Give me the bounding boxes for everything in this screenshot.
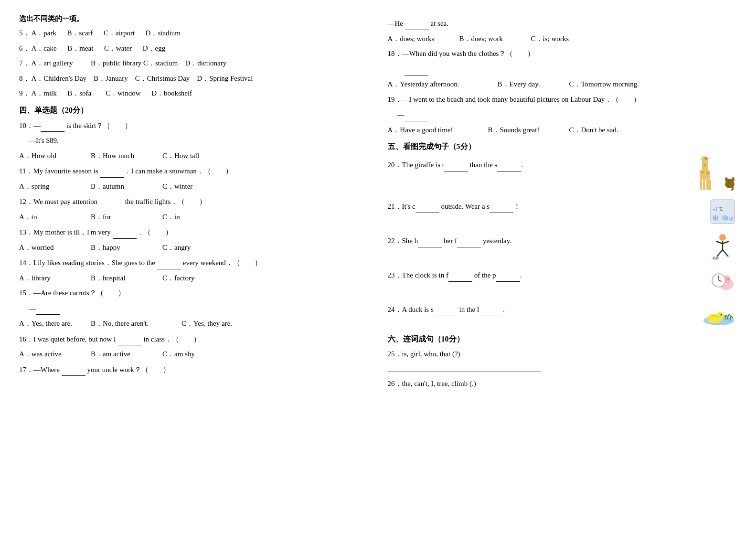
q18-optC: C．Tomorrow morning. — [569, 78, 639, 91]
q25-answer-blank — [388, 363, 541, 372]
q18-answer-line: — — [397, 63, 737, 76]
svg-text:fish: fish — [713, 256, 720, 260]
svg-point-7 — [705, 158, 707, 160]
q17-optC: C．is; works — [531, 33, 588, 45]
svg-text:❄: ❄ — [712, 214, 719, 223]
q11-options: A．spring B．autumn C．winter — [19, 181, 369, 193]
q7-optC: C．stadium — [143, 59, 178, 67]
q10-optC: C．How tall — [162, 150, 220, 162]
cold-svg: -1℃ ❄ ❄ ❄ — [708, 197, 737, 226]
q10-options: A．How old B．How much C．How tall — [19, 150, 369, 162]
q17-optA: A．does; works — [388, 33, 445, 45]
svg-point-9 — [701, 171, 704, 173]
cold-image: -1℃ ❄ ❄ ❄ — [708, 197, 737, 228]
q18-options: A．Yesterday afternoon. B．Every day. C．To… — [388, 78, 737, 91]
q5-num: 5． — [19, 29, 30, 37]
q17-answer-line: —He at sea. — [388, 17, 737, 30]
question-19: 19．—I went to the beach and took many be… — [388, 94, 737, 106]
q23-blank1 — [448, 269, 472, 282]
q8-optD: D．Spring Festival — [197, 75, 253, 82]
question-25: 25．is, girl, who, that (?) — [388, 348, 737, 361]
q19-options: A．Have a good time! B．Sounds great! C．Do… — [388, 124, 737, 137]
svg-point-15 — [732, 177, 735, 182]
q26-answer-blank — [388, 393, 541, 401]
page-container: 选出不同类的一项。 5． A．park B．scarf C．airport D．… — [19, 14, 737, 407]
question-18: 18．—When did you wash the clothes？（ ） — [388, 48, 737, 60]
q16-optA: A．was active — [19, 348, 76, 361]
q22-blank1 — [418, 235, 442, 247]
q14-optA: A．library — [19, 272, 76, 285]
exercise-image: fish — [708, 232, 737, 262]
q6-optA: A．cake — [31, 44, 56, 52]
svg-point-8 — [703, 164, 706, 166]
q25-answer-area — [388, 363, 737, 372]
q7-optA: A．art gallery — [31, 59, 73, 67]
clock-svg — [708, 266, 737, 295]
giraffe-svg — [692, 156, 719, 192]
q7-num: 7． — [19, 59, 30, 67]
svg-rect-1 — [700, 170, 710, 180]
section4-header: 四、单选题（20分） — [19, 106, 369, 116]
giraffe-image — [692, 156, 737, 193]
q24-blank2 — [479, 303, 503, 316]
question-13: 13．My mother is ill．I'm very ．（ ） — [19, 226, 369, 239]
question-16: 16．I was quiet before, but now I in clas… — [19, 333, 369, 346]
q19-optB: B．Sounds great! — [488, 124, 555, 137]
duck-svg — [701, 300, 737, 327]
q17-optB: B．does; work — [459, 33, 517, 45]
svg-point-40 — [721, 314, 722, 316]
q8-optC: C．Christmas Day — [135, 75, 190, 82]
q25-stem: 25．is, girl, who, that (?) — [388, 350, 460, 358]
svg-point-10 — [706, 172, 709, 174]
svg-rect-3 — [703, 180, 705, 190]
q13-optC: C．angry — [162, 242, 220, 254]
q17-options: A．does; works B．does; work C．is; works — [388, 33, 737, 45]
q12-optC: C．in — [162, 211, 220, 224]
q16-options: A．was active B．am active C．am shy — [19, 348, 369, 361]
q9-num: 9． — [19, 89, 30, 97]
q8-optA: A．Children's Day — [31, 75, 86, 82]
question-5: 5． A．park B．scarf C．airport D．stadium — [19, 27, 369, 40]
svg-line-23 — [716, 241, 723, 244]
q18-optA: A．Yesterday afternoon. — [388, 78, 483, 91]
q17-blank — [62, 363, 85, 376]
q19-optA: A．Have a good time! — [388, 124, 474, 137]
q18-blank — [405, 63, 428, 76]
q5-optB: B．scarf — [67, 29, 93, 37]
section6-header: 六、连词成句（10分） — [388, 334, 737, 344]
svg-rect-5 — [709, 180, 711, 190]
instruction-label: 选出不同类的一项。 — [19, 14, 369, 23]
squirrel-svg — [723, 175, 737, 192]
q5-optA: A．park — [31, 29, 56, 37]
q15-optA: A．Yes, there are. — [19, 318, 76, 330]
q20-blank1 — [444, 159, 468, 171]
q13-optB: B．happy — [91, 242, 148, 254]
q15-options: A．Yes, there are. B．No, there aren't. C．… — [19, 318, 369, 330]
q24-text: 24．A duck is s in the l . — [388, 300, 692, 319]
svg-point-39 — [716, 312, 724, 320]
q21-text: 21．It's c outside. Wear a s ！ — [388, 197, 699, 216]
svg-line-24 — [723, 241, 729, 244]
q20-blank2 — [497, 159, 521, 171]
q8-optB: B．January — [94, 75, 128, 82]
right-column: —He at sea. A．does; works B．does; work C… — [388, 14, 737, 407]
question-6: 6． A．cake B．meat C．water D．egg — [19, 43, 369, 55]
svg-point-21 — [719, 234, 726, 241]
q13-optA: A．worried — [19, 242, 76, 254]
q12-options: A．to B．for C．in — [19, 211, 369, 224]
question-9: 9． A．milk B．sofa C．window D．bookshelf — [19, 87, 369, 100]
q9-optC: C．window — [106, 89, 140, 97]
q18-optB: B．Every day. — [498, 78, 555, 91]
q17-ans-blank — [405, 17, 429, 30]
exercise-svg: fish — [708, 232, 737, 260]
q11-blank — [100, 165, 124, 178]
q8-num: 8． — [19, 75, 30, 82]
q10-optA: A．How old — [19, 150, 76, 162]
q16-optC: C．am shy — [162, 348, 220, 361]
q16-optB: B．am active — [91, 348, 148, 361]
q11-optB: B．autumn — [91, 181, 148, 193]
q14-options: A．library B．hospital C．factory — [19, 272, 369, 285]
q15-blank — [36, 302, 60, 315]
q15-optB: B．No, there aren't. — [91, 318, 167, 330]
question-8: 8． A．Children's Day B．January C．Christma… — [19, 73, 369, 85]
